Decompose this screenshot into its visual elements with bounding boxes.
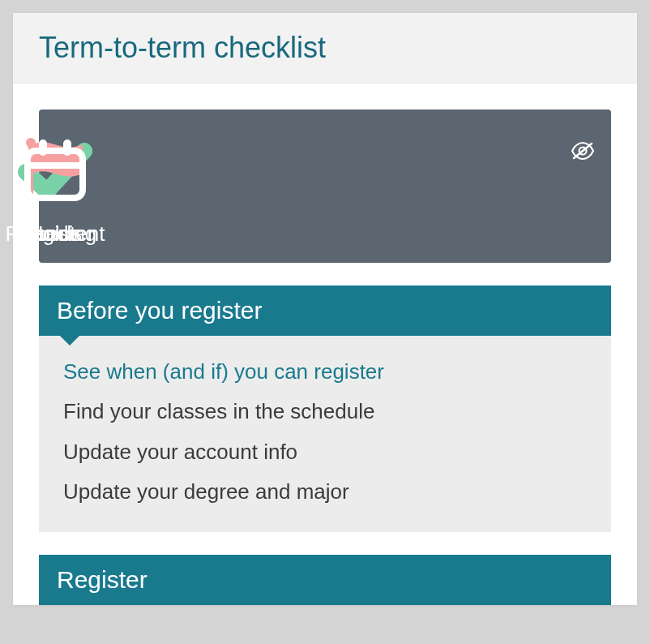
visibility-toggle[interactable] <box>55 142 595 247</box>
link-update-degree[interactable]: Update your degree and major <box>63 479 349 504</box>
link-see-when-register[interactable]: See when (and if) you can register <box>63 359 384 384</box>
section-title: Before you register <box>57 297 262 324</box>
section-before-you-register: Before you register See when (and if) yo… <box>39 286 611 532</box>
section-title: Register <box>57 566 148 593</box>
link-list: See when (and if) you can register Find … <box>63 352 587 513</box>
link-update-account[interactable]: Update your account info <box>63 440 297 464</box>
page-title: Term-to-term checklist <box>39 31 611 65</box>
section-header[interactable]: Register <box>39 555 611 605</box>
section-register: Register <box>39 555 611 605</box>
svg-rect-4 <box>39 140 47 156</box>
section-header[interactable]: Before you register <box>39 286 611 336</box>
status-bar: Holds Standing <box>39 109 611 263</box>
link-find-classes[interactable]: Find your classes in the schedule <box>63 399 374 423</box>
section-body: See when (and if) you can register Find … <box>39 336 611 532</box>
list-item: Find your classes in the schedule <box>63 392 587 431</box>
list-item: See when (and if) you can register <box>63 352 587 392</box>
card-header: Term-to-term checklist <box>13 13 637 84</box>
eye-off-icon <box>571 142 595 247</box>
list-item: Update your account info <box>63 432 587 472</box>
list-item: Update your degree and major <box>63 472 587 512</box>
checklist-card: Term-to-term checklist Holds <box>13 13 637 605</box>
card-body: Holds Standing <box>13 84 637 605</box>
